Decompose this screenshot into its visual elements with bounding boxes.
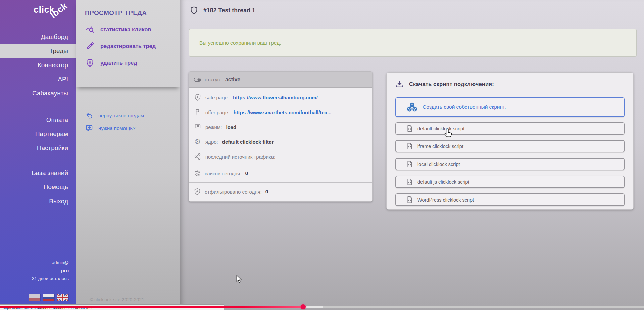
- download-card-header: Скачать скрипт подключения:: [395, 79, 625, 89]
- gear-icon: ⚙: [194, 138, 201, 145]
- page-title: #182 Test thread 1: [190, 6, 255, 15]
- file-code-icon: [406, 196, 413, 203]
- download-script-card: Скачать скрипт подключения:: [386, 72, 634, 210]
- local-script-button[interactable]: local clicklock script: [395, 158, 625, 170]
- button-label: WordPress clicklock script: [417, 197, 474, 203]
- filtered-today-value: 0: [265, 189, 268, 195]
- language-switcher: [29, 294, 68, 301]
- file-code-icon: [406, 125, 413, 132]
- safe-page-link[interactable]: https://www.flowers4hamburg.com/: [233, 95, 318, 100]
- offer-page-link[interactable]: https://www.smartbets.com/football/tea..…: [233, 109, 331, 115]
- sidebar-item-knowledge-base[interactable]: База знаний: [0, 166, 76, 180]
- file-code-icon: [406, 178, 413, 185]
- sidebar-nav: Дашборд Треды Коннектор API Сабакаунты О…: [0, 30, 76, 208]
- row-label: offer page:: [205, 109, 229, 115]
- counter-label: отфильтровано сегодня:: [205, 189, 262, 195]
- video-progress-bar[interactable]: [0, 306, 644, 308]
- menu-item-label: статистика кликов: [100, 26, 151, 33]
- status-label: статус:: [205, 77, 221, 83]
- clicks-today-value: 0: [245, 170, 248, 176]
- file-code-icon: [406, 143, 413, 150]
- mode-value: load: [226, 124, 236, 130]
- filtered-today-row: отфильтровано сегодня: 0: [189, 182, 372, 201]
- offer-page-row: offer page: https://www.smartbets.com/fo…: [189, 105, 372, 120]
- link-label: вернуться к тредам: [98, 113, 144, 118]
- menu-item-label: удалить тред: [100, 60, 137, 66]
- sidebar-item-logout[interactable]: Выход: [0, 194, 76, 208]
- back-to-threads-link[interactable]: вернуться к тредам: [86, 110, 180, 120]
- counter-label: кликов сегодня:: [205, 171, 241, 176]
- copyright: © clicklock.site 2020-2021: [90, 297, 144, 302]
- video-playhead[interactable]: [301, 304, 306, 309]
- core-row: ⚙ ядро: default clicklock filter: [189, 134, 372, 149]
- download-card-title: Скачать скрипт подключения:: [409, 81, 494, 87]
- file-code-icon: [406, 161, 413, 168]
- success-alert: Вы успешно сохранили ваш тред.: [189, 29, 637, 57]
- status-header-row: статус: active: [189, 72, 372, 88]
- video-progress-fill: [0, 306, 303, 308]
- flag-icon: [194, 108, 201, 116]
- app-window: clicklock Дашборд Треды Коннектор API Са…: [0, 0, 644, 310]
- need-help-link[interactable]: нужна помощь?: [86, 123, 180, 133]
- user-info: admin@ pro 31 дней осталось: [0, 259, 69, 283]
- create-custom-script-button[interactable]: Создать свой собственный скрипт.: [395, 97, 625, 117]
- sidebar-item-subaccounts[interactable]: Сабакаунты: [0, 86, 76, 100]
- flag-russia-icon[interactable]: [43, 294, 54, 301]
- default-js-script-button[interactable]: default js clicklock script: [395, 176, 625, 188]
- sidebar-item-settings[interactable]: Настройки: [0, 141, 76, 155]
- clicklock-logo: clicklock: [34, 5, 73, 15]
- user-days-left: 31 дней осталось: [0, 275, 69, 283]
- row-label: ядро:: [205, 139, 218, 145]
- thread-status-card: статус: active safe page: https://www.fl…: [189, 71, 373, 202]
- flag-uk-icon[interactable]: [57, 294, 68, 301]
- chart-magnifier-icon: [86, 25, 94, 34]
- sidebar-item-help[interactable]: Помощь: [0, 180, 76, 194]
- user-plan: pro: [0, 267, 69, 275]
- shield-star-icon: [194, 188, 201, 195]
- shield-x-icon: [86, 58, 94, 67]
- link-label: нужна помощь?: [98, 125, 135, 131]
- laptop-share-icon: [194, 123, 201, 131]
- mouse-arrow-cursor: [235, 275, 244, 283]
- button-label: local clicklock script: [417, 162, 460, 167]
- pencil-icon: [86, 42, 94, 50]
- comment-plus-icon: [86, 124, 93, 132]
- button-label: iframe clicklock script: [417, 144, 463, 149]
- core-value: default clicklock filter: [222, 139, 274, 145]
- menu-item-edit-thread[interactable]: редактировать тред: [86, 42, 180, 50]
- last-traffic-source-row: последний источник трафика:: [189, 149, 372, 164]
- iframe-script-button[interactable]: iframe clicklock script: [395, 140, 625, 152]
- toggle-icon: [194, 76, 201, 83]
- sidebar-item-threads[interactable]: Треды: [0, 44, 76, 58]
- user-email: admin@: [0, 259, 69, 267]
- sidebar-item-payment[interactable]: Оплата: [0, 113, 76, 127]
- shield-star-icon: [194, 94, 201, 101]
- mouse-hand-cursor: [443, 128, 453, 138]
- sidebar-item-connector[interactable]: Коннектор: [0, 58, 76, 72]
- button-label: Создать свой собственный скрипт.: [423, 104, 506, 110]
- row-label: последний источник трафика:: [205, 154, 275, 160]
- sidebar-item-api[interactable]: API: [0, 72, 76, 86]
- thread-menu-top: ПРОСМОТР ТРЕДА статистика кликов редакти…: [76, 0, 180, 87]
- menu-item-delete-thread[interactable]: удалить тред: [86, 58, 180, 67]
- status-value: active: [225, 77, 240, 83]
- menu-item-click-stats[interactable]: статистика кликов: [86, 25, 180, 34]
- cubes-icon: [406, 101, 418, 113]
- sidebar-item-dashboard[interactable]: Дашборд: [0, 30, 76, 44]
- row-label: режим:: [205, 124, 222, 130]
- download-icon: [395, 80, 404, 88]
- wordpress-script-button[interactable]: WordPress clicklock script: [395, 193, 625, 206]
- share-icon: [194, 153, 201, 160]
- safe-page-row: safe page: https://www.flowers4hamburg.c…: [189, 90, 372, 105]
- flag-poland-icon[interactable]: [29, 294, 40, 301]
- logo-text-lock: lock: [48, 1, 69, 20]
- panel-title: ПРОСМОТР ТРЕДА: [76, 0, 180, 17]
- menu-item-label: редактировать тред: [100, 43, 156, 49]
- default-script-button[interactable]: default clicklock script: [395, 122, 625, 135]
- success-alert-text: Вы успешно сохранили ваш тред.: [199, 40, 281, 46]
- sidebar-item-partners[interactable]: Партнерам: [0, 127, 76, 141]
- button-label: default clicklock script: [417, 126, 464, 131]
- click-icon: [194, 170, 201, 177]
- status-card-body: safe page: https://www.flowers4hamburg.c…: [189, 88, 372, 164]
- main-content: #182 Test thread 1 Вы успешно сохранили …: [180, 0, 644, 310]
